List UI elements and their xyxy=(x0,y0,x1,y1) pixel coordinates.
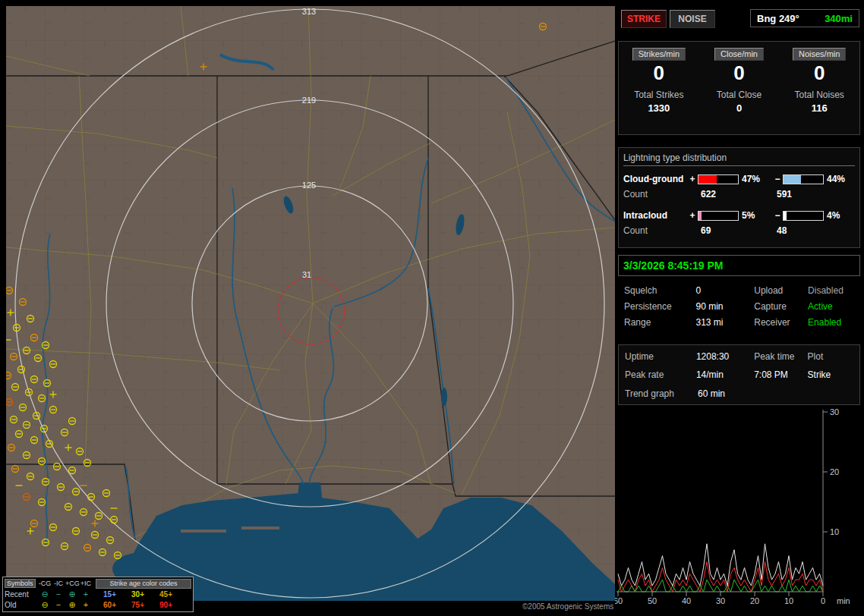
legend-age-title: Strike age color codes xyxy=(96,579,191,589)
recent-plus-icon: + xyxy=(79,590,93,599)
cg-negative-pct: 44% xyxy=(824,174,850,184)
legend-old-label: Old xyxy=(5,601,38,609)
trend-graph-value: 60 min xyxy=(698,388,757,399)
total-noises-label: Total Noises xyxy=(794,90,844,100)
symbol-legend: Symbols -CG -IC +CG +IC Strike age color… xyxy=(2,577,194,612)
trend-x-labels: 60 50 40 30 20 10 0 min xyxy=(615,596,850,605)
trend-graph-label: Trend graph xyxy=(625,388,698,399)
intracloud-row: Intracloud + 5% − 4% xyxy=(623,209,855,222)
total-noises-value: 116 xyxy=(812,102,828,114)
noises-per-min-chip[interactable]: Noises/min xyxy=(793,48,846,61)
datetime-display: 3/3/2026 8:45:19 PM xyxy=(618,255,860,276)
minus-sign: − xyxy=(772,174,783,184)
strikes-per-min-value: 0 xyxy=(654,62,664,83)
upload-status: Disabled xyxy=(808,285,860,296)
trend-y-labels: 30 20 10 xyxy=(830,407,839,536)
plot-value: Strike xyxy=(808,369,859,380)
receiver-status: Enabled xyxy=(808,317,860,328)
total-strikes-value: 1330 xyxy=(648,102,670,114)
info-row-3: Trend graph 60 min xyxy=(619,385,859,401)
strikes-per-min-chip[interactable]: Strikes/min xyxy=(632,48,686,61)
range-label: Range xyxy=(624,317,695,328)
ring-label-313: 313 xyxy=(302,7,316,16)
trend-series-lines xyxy=(618,544,823,592)
persistence-label: Persistence xyxy=(624,301,695,312)
x-tick-50: 50 xyxy=(648,596,657,605)
count-label: Count xyxy=(623,225,701,239)
bearing-value: Bng 249° xyxy=(757,13,799,24)
rates-panel: Strikes/min 0 Total Strikes 1330 Close/m… xyxy=(618,41,860,135)
cg-positive-count: 622 xyxy=(701,189,777,203)
minus-sign: − xyxy=(772,210,783,221)
squelch-label: Squelch xyxy=(624,285,695,296)
receiver-label: Receiver xyxy=(754,317,808,328)
legend-col-ncg: -CG xyxy=(38,580,52,587)
lightning-map[interactable]: 313 219 125 31 xyxy=(6,6,615,601)
y-tick-30: 30 xyxy=(830,407,839,416)
old-minus-icon: − xyxy=(52,601,65,609)
x-tick-10: 10 xyxy=(784,596,793,605)
y-tick-20: 20 xyxy=(830,467,839,476)
legend-col-pcg: +CG xyxy=(65,580,79,587)
total-close-value: 0 xyxy=(736,102,742,114)
peak-rate-label: Peak rate xyxy=(625,369,696,380)
age-45: 45+ xyxy=(152,590,180,599)
persistence-value: 90 min xyxy=(695,301,754,312)
distribution-panel: Lightning type distribution Cloud-ground… xyxy=(618,147,860,248)
peak-time-label: Peak time xyxy=(754,351,807,362)
ic-negative-bar xyxy=(783,211,824,221)
distribution-title: Lightning type distribution xyxy=(623,152,855,166)
ic-positive-count: 69 xyxy=(701,225,777,239)
trend-graph: 30 20 10 60 50 40 30 20 10 0 min xyxy=(615,405,864,616)
bearing-range-value: 340mi xyxy=(825,13,853,24)
legend-col-pic: +IC xyxy=(79,580,93,587)
plus-sign: + xyxy=(687,210,698,221)
recent-minus-icon: − xyxy=(52,590,65,599)
cloud-ground-label: Cloud-ground xyxy=(623,174,687,184)
capture-status: Active xyxy=(808,301,860,312)
close-per-min-chip[interactable]: Close/min xyxy=(714,48,764,61)
total-strikes-label: Total Strikes xyxy=(634,90,683,100)
old-circle-minus-icon: ⊖ xyxy=(38,601,52,609)
uptime-value: 1208:30 xyxy=(696,351,754,362)
x-tick-30: 30 xyxy=(716,596,725,605)
x-tick-40: 40 xyxy=(682,596,691,605)
noise-toggle-button[interactable]: NOISE xyxy=(670,10,715,28)
total-close-label: Total Close xyxy=(717,90,762,100)
status-grid: Squelch 0 Upload Disabled Persistence 90… xyxy=(618,282,860,330)
cg-negative-count: 591 xyxy=(777,189,853,203)
status-row-range: Range 313 mi Receiver Enabled xyxy=(618,314,860,330)
cg-positive-pct: 47% xyxy=(739,174,772,184)
squelch-value: 0 xyxy=(695,285,754,296)
peak-time-value: 7:08 PM xyxy=(754,369,807,380)
cg-count-row: Count 622 591 xyxy=(623,189,855,203)
old-circle-plus-icon: ⊕ xyxy=(65,601,79,609)
peak-rate-value: 14/min xyxy=(696,369,754,380)
legend-col-nic: -IC xyxy=(52,580,65,587)
x-unit-label: min xyxy=(837,596,850,605)
ring-label-125: 125 xyxy=(302,181,316,190)
y-tick-10: 10 xyxy=(830,527,839,536)
strike-toggle-button[interactable]: STRIKE xyxy=(621,10,667,28)
x-tick-0: 0 xyxy=(821,596,825,605)
plot-label: Plot xyxy=(808,351,859,362)
status-row-persistence: Persistence 90 min Capture Active xyxy=(618,298,860,314)
ic-positive-bar xyxy=(698,211,739,221)
app-window: 313 219 125 31 Symbols -CG -IC +CG +IC S… xyxy=(0,0,864,616)
x-tick-60: 60 xyxy=(615,596,623,605)
noises-per-min-value: 0 xyxy=(814,62,825,83)
ic-count-row: Count 69 48 xyxy=(623,225,855,239)
recent-circle-plus-icon: ⊕ xyxy=(65,590,79,599)
count-label: Count xyxy=(623,189,701,203)
plus-sign: + xyxy=(687,174,698,184)
bearing-display: Bng 249° 340mi xyxy=(750,9,859,27)
cg-negative-bar xyxy=(783,174,824,184)
age-30: 30+ xyxy=(124,590,152,599)
intracloud-label: Intracloud xyxy=(623,210,687,221)
x-tick-20: 20 xyxy=(750,596,759,605)
range-value: 313 mi xyxy=(695,317,754,328)
old-plus-icon: + xyxy=(79,601,93,609)
copyright-text: ©2005 Astrogenic Systems xyxy=(522,602,613,611)
ring-label-219: 219 xyxy=(302,96,316,105)
age-90: 90+ xyxy=(152,601,180,609)
